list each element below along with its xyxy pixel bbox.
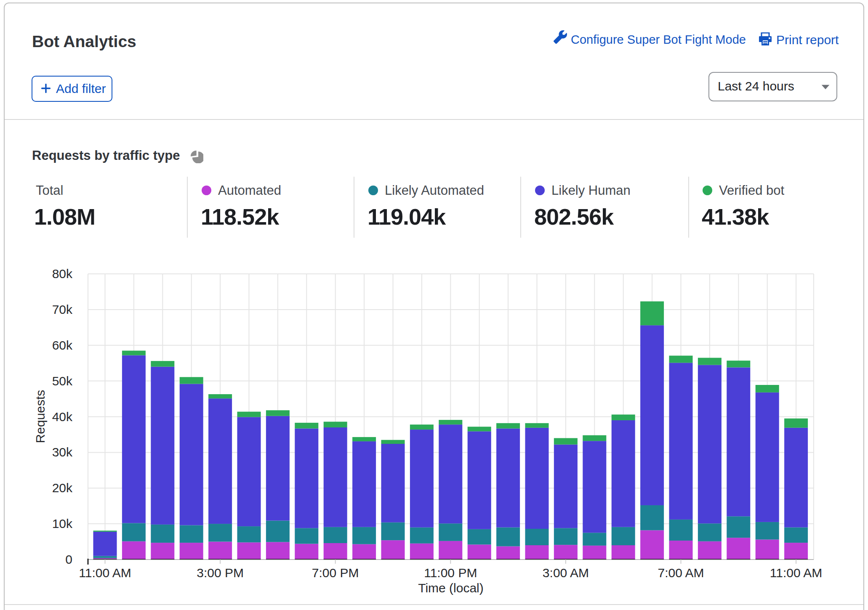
- svg-text:3:00 PM: 3:00 PM: [197, 566, 244, 580]
- svg-text:11:00 AM: 11:00 AM: [79, 566, 131, 580]
- svg-text:Time (local): Time (local): [418, 581, 484, 595]
- svg-text:70k: 70k: [52, 302, 73, 316]
- svg-text:10k: 10k: [52, 517, 73, 530]
- svg-text:30k: 30k: [52, 445, 73, 459]
- svg-text:20k: 20k: [52, 481, 73, 495]
- svg-text:80k: 80k: [52, 267, 73, 281]
- svg-text:60k: 60k: [52, 338, 73, 352]
- svg-text:11:00 PM: 11:00 PM: [424, 566, 477, 580]
- svg-text:0: 0: [65, 552, 72, 566]
- svg-text:7:00 AM: 7:00 AM: [658, 566, 704, 580]
- svg-text:40k: 40k: [52, 410, 73, 424]
- svg-text:3:00 AM: 3:00 AM: [543, 566, 589, 580]
- svg-text:7:00 PM: 7:00 PM: [312, 566, 359, 580]
- svg-text:Requests: Requests: [33, 390, 47, 443]
- svg-text:11:00 AM: 11:00 AM: [770, 566, 823, 580]
- svg-text:50k: 50k: [52, 374, 73, 388]
